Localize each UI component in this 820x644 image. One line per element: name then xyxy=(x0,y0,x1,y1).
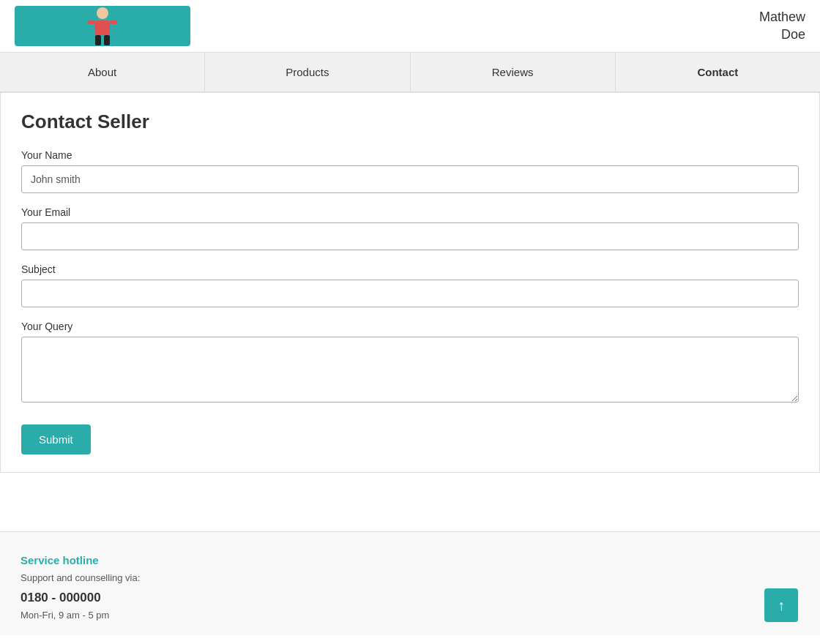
subject-input[interactable] xyxy=(21,280,799,307)
support-text: Support and counselling via: xyxy=(20,572,800,583)
subject-label: Subject xyxy=(21,263,799,275)
submit-button[interactable]: Submit xyxy=(21,424,91,454)
svg-rect-2 xyxy=(88,20,95,24)
email-input[interactable] xyxy=(21,222,799,250)
content-spacer xyxy=(0,473,820,531)
svg-rect-3 xyxy=(110,20,117,24)
svg-rect-5 xyxy=(104,35,110,45)
phone-number: 0180 - 000000 xyxy=(20,591,800,605)
name-input[interactable] xyxy=(21,165,799,193)
name-label: Your Name xyxy=(21,149,799,161)
svg-point-0 xyxy=(97,7,108,19)
query-textarea[interactable] xyxy=(21,337,799,402)
query-group: Your Query xyxy=(21,321,799,405)
scroll-to-top-button[interactable]: ↑ xyxy=(764,588,798,622)
query-label: Your Query xyxy=(21,321,799,332)
nav-bar: About Products Reviews Contact xyxy=(0,52,820,92)
email-label: Your Email xyxy=(21,206,799,218)
arrow-up-icon: ↑ xyxy=(778,597,785,614)
nav-item-products[interactable]: Products xyxy=(205,53,410,91)
nav-item-contact[interactable]: Contact xyxy=(616,53,820,91)
header-top: Mathew Doe xyxy=(0,0,820,52)
nav-item-about[interactable]: About xyxy=(0,53,205,91)
email-group: Your Email xyxy=(21,206,799,250)
logo xyxy=(15,6,190,46)
hotline-title: Service hotline xyxy=(20,554,800,566)
logo-illustration xyxy=(81,6,124,46)
subject-group: Subject xyxy=(21,263,799,307)
main-content: Contact Seller Your Name Your Email Subj… xyxy=(0,92,820,473)
page-title: Contact Seller xyxy=(21,111,799,133)
business-hours: Mon-Fri, 9 am - 5 pm xyxy=(20,610,800,621)
svg-rect-4 xyxy=(95,35,101,45)
name-group: Your Name xyxy=(21,149,799,193)
svg-rect-1 xyxy=(95,20,110,35)
footer: Service hotline Support and counselling … xyxy=(0,531,820,635)
user-name: Mathew Doe xyxy=(759,9,805,43)
nav-item-reviews[interactable]: Reviews xyxy=(411,53,616,91)
